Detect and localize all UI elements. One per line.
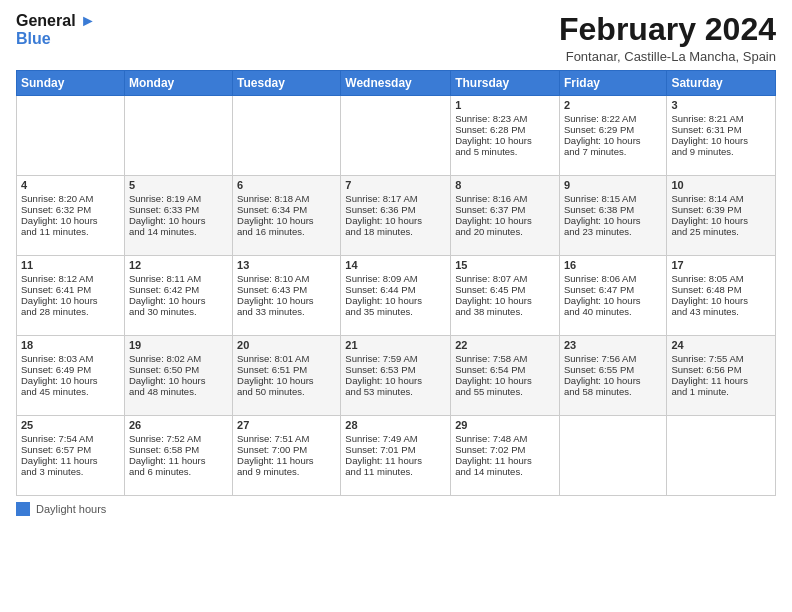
day-info-line: Daylight: 10 hours [564,295,662,306]
calendar-day-header: Monday [124,71,232,96]
calendar-week-row: 18Sunrise: 8:03 AMSunset: 6:49 PMDayligh… [17,336,776,416]
day-info-line: Daylight: 10 hours [129,215,228,226]
day-info-line: Sunset: 7:02 PM [455,444,555,455]
day-info-line: Daylight: 10 hours [455,215,555,226]
calendar-week-row: 4Sunrise: 8:20 AMSunset: 6:32 PMDaylight… [17,176,776,256]
day-info-line: Sunset: 6:55 PM [564,364,662,375]
day-info-line: and 35 minutes. [345,306,446,317]
day-info-line: Sunrise: 7:58 AM [455,353,555,364]
day-number: 29 [455,419,555,431]
day-info-line: Daylight: 10 hours [455,135,555,146]
day-info-line: Sunrise: 8:20 AM [21,193,120,204]
page-header: General ► Blue February 2024 Fontanar, C… [16,12,776,64]
day-info-line: and 14 minutes. [455,466,555,477]
title-block: February 2024 Fontanar, Castille-La Manc… [559,12,776,64]
calendar-cell: 15Sunrise: 8:07 AMSunset: 6:45 PMDayligh… [451,256,560,336]
calendar-body: 1Sunrise: 8:23 AMSunset: 6:28 PMDaylight… [17,96,776,496]
calendar-cell [559,416,666,496]
day-info-line: Sunrise: 8:02 AM [129,353,228,364]
day-info-line: Sunrise: 8:11 AM [129,273,228,284]
day-info-line: Sunset: 6:39 PM [671,204,771,215]
calendar-cell: 17Sunrise: 8:05 AMSunset: 6:48 PMDayligh… [667,256,776,336]
day-info-line: Sunset: 6:29 PM [564,124,662,135]
day-info-line: Sunset: 6:58 PM [129,444,228,455]
calendar-cell: 19Sunrise: 8:02 AMSunset: 6:50 PMDayligh… [124,336,232,416]
day-info-line: Sunset: 7:00 PM [237,444,336,455]
calendar-week-row: 25Sunrise: 7:54 AMSunset: 6:57 PMDayligh… [17,416,776,496]
day-number: 21 [345,339,446,351]
calendar-cell [17,96,125,176]
day-info-line: Sunset: 6:49 PM [21,364,120,375]
day-info-line: Daylight: 11 hours [129,455,228,466]
day-info-line: Sunset: 6:34 PM [237,204,336,215]
day-info-line: Daylight: 10 hours [345,295,446,306]
calendar-cell: 4Sunrise: 8:20 AMSunset: 6:32 PMDaylight… [17,176,125,256]
calendar-cell [233,96,341,176]
day-info-line: Sunset: 6:51 PM [237,364,336,375]
day-number: 6 [237,179,336,191]
day-number: 9 [564,179,662,191]
day-info-line: Sunrise: 7:52 AM [129,433,228,444]
day-info-line: Daylight: 10 hours [671,215,771,226]
calendar-cell [341,96,451,176]
day-info-line: Sunrise: 8:16 AM [455,193,555,204]
day-info-line: Sunrise: 7:55 AM [671,353,771,364]
day-info-line: Sunset: 6:28 PM [455,124,555,135]
day-info-line: Daylight: 10 hours [237,215,336,226]
calendar-cell: 1Sunrise: 8:23 AMSunset: 6:28 PMDaylight… [451,96,560,176]
day-info-line: and 55 minutes. [455,386,555,397]
day-info-line: and 6 minutes. [129,466,228,477]
calendar-cell: 13Sunrise: 8:10 AMSunset: 6:43 PMDayligh… [233,256,341,336]
day-info-line: Sunset: 6:31 PM [671,124,771,135]
legend-box [16,502,30,516]
day-number: 14 [345,259,446,271]
calendar-cell: 22Sunrise: 7:58 AMSunset: 6:54 PMDayligh… [451,336,560,416]
day-info-line: Sunset: 6:53 PM [345,364,446,375]
calendar-cell: 25Sunrise: 7:54 AMSunset: 6:57 PMDayligh… [17,416,125,496]
day-info-line: Sunrise: 8:03 AM [21,353,120,364]
day-number: 27 [237,419,336,431]
day-info-line: Daylight: 10 hours [345,375,446,386]
day-info-line: Sunset: 6:54 PM [455,364,555,375]
calendar-week-row: 1Sunrise: 8:23 AMSunset: 6:28 PMDaylight… [17,96,776,176]
calendar-cell: 2Sunrise: 8:22 AMSunset: 6:29 PMDaylight… [559,96,666,176]
day-info-line: Daylight: 11 hours [21,455,120,466]
day-info-line: Sunrise: 8:15 AM [564,193,662,204]
day-info-line: Sunrise: 8:10 AM [237,273,336,284]
legend-label: Daylight hours [36,503,106,515]
day-info-line: and 9 minutes. [671,146,771,157]
day-number: 7 [345,179,446,191]
calendar-cell: 14Sunrise: 8:09 AMSunset: 6:44 PMDayligh… [341,256,451,336]
day-info-line: Sunrise: 8:07 AM [455,273,555,284]
month-title: February 2024 [559,12,776,47]
day-number: 10 [671,179,771,191]
day-info-line: Daylight: 10 hours [455,375,555,386]
calendar-cell: 20Sunrise: 8:01 AMSunset: 6:51 PMDayligh… [233,336,341,416]
calendar-cell: 28Sunrise: 7:49 AMSunset: 7:01 PMDayligh… [341,416,451,496]
day-number: 15 [455,259,555,271]
day-info-line: Sunrise: 8:09 AM [345,273,446,284]
calendar-day-header: Wednesday [341,71,451,96]
day-info-line: and 9 minutes. [237,466,336,477]
day-info-line: Sunrise: 8:17 AM [345,193,446,204]
day-number: 13 [237,259,336,271]
calendar: SundayMondayTuesdayWednesdayThursdayFrid… [16,70,776,496]
day-info-line: Sunset: 6:48 PM [671,284,771,295]
calendar-cell: 12Sunrise: 8:11 AMSunset: 6:42 PMDayligh… [124,256,232,336]
day-number: 20 [237,339,336,351]
location: Fontanar, Castille-La Mancha, Spain [559,49,776,64]
day-info-line: Daylight: 11 hours [671,375,771,386]
day-info-line: Daylight: 11 hours [455,455,555,466]
day-info-line: Sunset: 6:44 PM [345,284,446,295]
calendar-cell: 16Sunrise: 8:06 AMSunset: 6:47 PMDayligh… [559,256,666,336]
day-info-line: Daylight: 10 hours [129,295,228,306]
calendar-day-header: Thursday [451,71,560,96]
day-info-line: and 16 minutes. [237,226,336,237]
day-info-line: Daylight: 10 hours [671,295,771,306]
calendar-cell: 26Sunrise: 7:52 AMSunset: 6:58 PMDayligh… [124,416,232,496]
day-number: 4 [21,179,120,191]
day-info-line: Daylight: 10 hours [237,375,336,386]
calendar-cell: 10Sunrise: 8:14 AMSunset: 6:39 PMDayligh… [667,176,776,256]
day-info-line: Sunset: 6:47 PM [564,284,662,295]
day-info-line: Sunrise: 7:56 AM [564,353,662,364]
